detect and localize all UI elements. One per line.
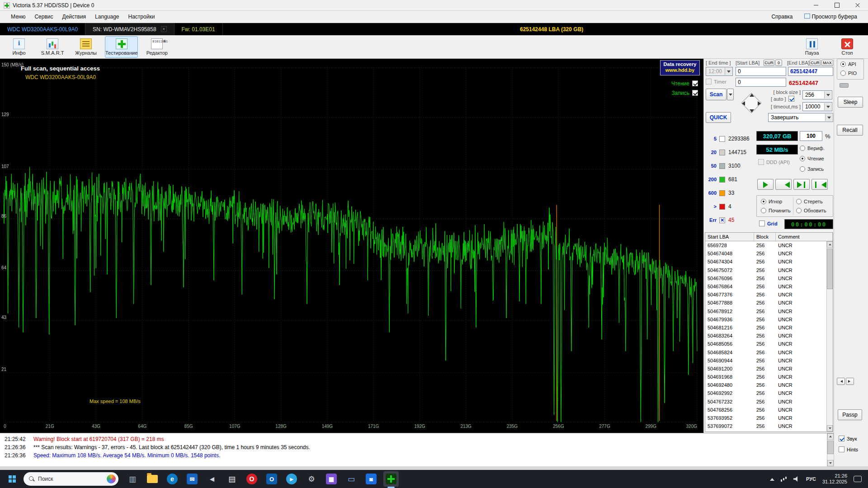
recall-button[interactable]: Recall — [837, 125, 863, 136]
api-radio[interactable] — [840, 61, 846, 67]
close-icon[interactable] — [161, 26, 167, 32]
toolbar-smart-button[interactable]: S.M.A.R.T — [38, 36, 67, 58]
taskbar-icon-outlook[interactable]: O — [264, 471, 279, 487]
taskbar-icon-telegram[interactable]: ▸ — [284, 471, 299, 487]
erase-radio[interactable] — [796, 199, 802, 204]
finish-action-select[interactable]: Завершить — [768, 113, 833, 122]
start-lba-zero-button[interactable]: 0 — [775, 60, 782, 66]
end-lba-cur-button[interactable]: CUR — [810, 60, 821, 66]
pause-button[interactable]: Пауза — [797, 36, 826, 58]
log-scroll-up-icon[interactable] — [827, 433, 834, 440]
taskbar-icon-file-explorer[interactable] — [145, 471, 160, 487]
sleep-button[interactable]: Sleep — [838, 97, 863, 108]
taskbar-icon-volume-mixer[interactable]: ◄ — [204, 471, 220, 487]
ddd-checkbox[interactable] — [758, 159, 764, 165]
passp-button[interactable]: Passp — [838, 409, 862, 420]
timer-option[interactable]: Timer — [706, 79, 726, 84]
menu-item-2[interactable]: Действия — [58, 12, 91, 21]
end-lba-input[interactable] — [788, 67, 833, 76]
latency-swatch[interactable] — [719, 163, 725, 169]
latency-swatch[interactable] — [719, 150, 725, 155]
toolbar-journals-button[interactable]: Журналы — [71, 36, 100, 58]
timer-input[interactable] — [736, 78, 786, 87]
device-tab-firmware[interactable]: Fw: 01.03E01 — [175, 23, 223, 35]
step-back-button[interactable] — [775, 179, 792, 190]
table-scrollbar[interactable] — [826, 241, 833, 432]
table-row[interactable]: 504685056256UNCR — [705, 340, 826, 348]
refresh-option[interactable]: Обновить — [796, 208, 826, 213]
latency-swatch[interactable] — [719, 204, 725, 210]
read-radio[interactable] — [800, 156, 805, 161]
taskbar-search[interactable]: Поиск — [24, 472, 118, 486]
menu-item-3[interactable]: Language — [90, 12, 123, 21]
erase-option[interactable]: Стереть — [796, 199, 823, 204]
auto-option[interactable]: [ auto ] — [771, 96, 794, 102]
taskbar-icon-teamviewer[interactable]: ◙ — [363, 471, 379, 487]
table-row[interactable]: 504692992256UNCR — [705, 389, 826, 397]
timer-checkbox[interactable] — [706, 79, 712, 84]
menu-right-item-1[interactable]: Просмотр буфера — [800, 12, 862, 21]
table-row[interactable]: 504677888256UNCR — [705, 299, 826, 307]
table-row[interactable]: 504676864256UNCR — [705, 282, 826, 291]
network-icon[interactable] — [781, 476, 787, 482]
table-row[interactable]: 504678912256UNCR — [705, 307, 826, 315]
taskbar-icon-notepad[interactable]: ▤ — [224, 471, 240, 487]
start-lba-input[interactable] — [736, 67, 786, 76]
toolbar-editor-button[interactable]: Редактор — [142, 36, 171, 58]
jog-right-icon[interactable] — [758, 101, 763, 106]
close-button[interactable] — [847, 0, 868, 10]
ignore-option[interactable]: Игнор — [761, 199, 782, 204]
table-row[interactable]: 504676096256UNCR — [705, 274, 826, 282]
table-row[interactable]: 504677376256UNCR — [705, 291, 826, 299]
table-row[interactable]: 6569728256UNCR — [705, 241, 826, 249]
table-row[interactable]: 504768256256UNCR — [705, 406, 826, 414]
log-scroll-down-icon[interactable] — [827, 460, 834, 466]
block-size-select[interactable]: 256 — [802, 90, 832, 99]
jog-up-icon[interactable] — [750, 91, 754, 97]
scroll-up-icon[interactable] — [827, 241, 833, 248]
stop-button[interactable]: Стоп — [833, 36, 862, 58]
jump-start-button[interactable] — [811, 179, 828, 190]
scan-button[interactable]: Scan — [706, 89, 726, 100]
table-row[interactable]: 504683264256UNCR — [705, 332, 826, 340]
read-checkbox[interactable] — [692, 80, 698, 86]
grid-option[interactable]: Grid — [759, 221, 778, 226]
table-row[interactable]: 504692480256UNCR — [705, 381, 826, 389]
device-tab-model[interactable]: WDC WD3200AAKS-00L9A0 — [0, 23, 85, 35]
jump-next-button[interactable] — [793, 179, 810, 190]
refresh-radio[interactable] — [796, 208, 802, 213]
verify-option[interactable]: Вериф. — [800, 145, 825, 151]
latency-swatch[interactable] — [719, 177, 725, 183]
maximize-button[interactable] — [826, 0, 847, 10]
notifications-icon[interactable] — [854, 476, 862, 482]
taskbar-icon-settings[interactable]: ⚙ — [304, 471, 319, 487]
play-button[interactable] — [757, 179, 774, 190]
toolbar-info-button[interactable]: Инфо — [5, 36, 33, 58]
pio-radio[interactable] — [840, 70, 846, 76]
hidden-icons-chevron[interactable] — [770, 476, 774, 481]
menu-item-1[interactable]: Сервис — [30, 12, 57, 21]
language-indicator[interactable]: РУС — [806, 476, 816, 482]
table-row[interactable]: 504691968256UNCR — [705, 373, 826, 381]
menu-right-item-0[interactable]: Справка — [767, 12, 797, 21]
quick-button[interactable]: QUICK — [706, 112, 731, 123]
table-row[interactable]: 504690944256UNCR — [705, 357, 826, 365]
table-row[interactable]: 504691200256UNCR — [705, 365, 826, 373]
table-row[interactable]: 504767232256UNCR — [705, 398, 826, 406]
write-option[interactable]: Запись — [800, 166, 824, 172]
table-row[interactable]: 504674048256UNCR — [705, 249, 826, 258]
api-option[interactable]: API — [840, 61, 856, 67]
jog-down-icon[interactable] — [750, 109, 754, 115]
table-row[interactable]: 504674304256UNCR — [705, 258, 826, 266]
grid-checkbox[interactable] — [759, 221, 765, 226]
table-row[interactable]: 504679936256UNCR — [705, 315, 826, 324]
table-row[interactable]: 504681216256UNCR — [705, 324, 826, 332]
pio-option[interactable]: PIO — [840, 70, 857, 76]
table-row[interactable]: 537693952256UNCR — [705, 414, 826, 422]
verify-radio[interactable] — [800, 145, 805, 151]
hints-checkbox[interactable] — [839, 446, 844, 452]
write-checkbox[interactable] — [692, 90, 698, 96]
mini-prev-button[interactable] — [837, 378, 845, 385]
latency-swatch[interactable] — [719, 190, 725, 196]
scroll-down-icon[interactable] — [827, 425, 833, 432]
